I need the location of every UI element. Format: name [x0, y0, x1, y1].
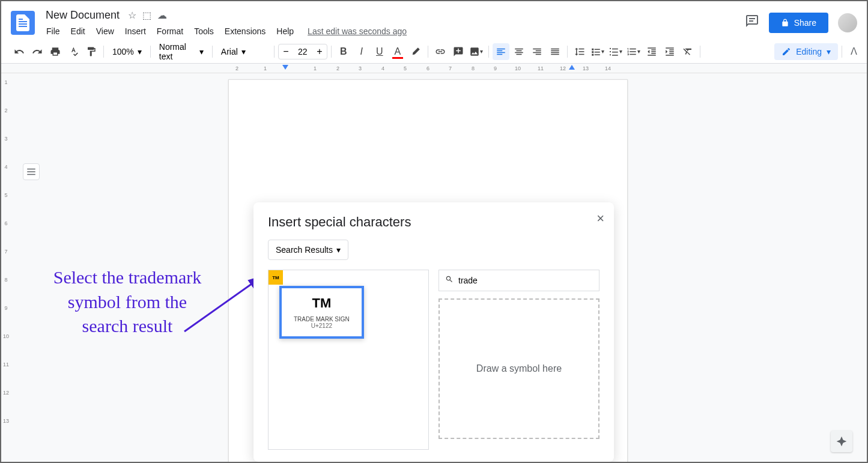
cloud-status-icon[interactable]: ☁: [157, 10, 167, 21]
right-indent-marker[interactable]: [569, 65, 575, 70]
underline-button[interactable]: U: [371, 43, 388, 60]
font-size-input[interactable]: [293, 47, 312, 56]
search-input[interactable]: [458, 276, 593, 285]
dropdown-icon: ▾: [336, 245, 341, 255]
dropdown-icon: ▾: [827, 47, 831, 56]
menu-extensions[interactable]: Extensions: [220, 24, 270, 38]
annotation-text: Select the trademark symbol from the sea…: [46, 265, 208, 339]
search-box: [439, 270, 599, 291]
trademark-result-cell[interactable]: TM: [269, 270, 283, 285]
menu-view[interactable]: View: [92, 24, 118, 38]
line-spacing-button[interactable]: [571, 43, 588, 60]
highlight-button[interactable]: [407, 43, 424, 60]
dialog-title: Insert special characters: [268, 214, 599, 230]
explore-button[interactable]: [831, 431, 852, 452]
increase-font-button[interactable]: +: [312, 44, 327, 59]
align-center-button[interactable]: [511, 43, 527, 60]
document-outline-button[interactable]: [23, 163, 40, 180]
style-select[interactable]: Normal text▾: [154, 40, 208, 64]
dropdown-icon: ▾: [138, 47, 142, 56]
numbered-list-button[interactable]: ▾: [625, 43, 642, 60]
align-justify-button[interactable]: [547, 43, 563, 60]
italic-button[interactable]: I: [353, 43, 370, 60]
tooltip-symbol: TM: [294, 295, 350, 311]
close-icon[interactable]: ×: [596, 211, 604, 226]
share-button[interactable]: Share: [769, 13, 828, 33]
search-icon: [445, 275, 454, 286]
align-left-button[interactable]: [493, 43, 509, 60]
redo-button[interactable]: [29, 43, 46, 60]
align-right-button[interactable]: [529, 43, 545, 60]
header: New Document ☆ ⬚ ☁ File Edit View Insert…: [1, 1, 867, 40]
toolbar: 100%▾ Normal text▾ Arial▾ − + B I U A ▾ …: [1, 40, 867, 64]
menu-file[interactable]: File: [42, 24, 64, 38]
document-title[interactable]: New Document: [42, 8, 123, 23]
move-icon[interactable]: ⬚: [142, 10, 151, 21]
vertical-ruler[interactable]: 1 2 3 4 5 6 7 8 9 10 11 12 13: [1, 73, 11, 462]
decrease-font-button[interactable]: −: [279, 44, 293, 59]
canvas: 1 2 3 4 5 6 7 8 9 10 11 12 13 Select the…: [1, 73, 867, 462]
zoom-select[interactable]: 100%▾: [108, 44, 147, 59]
results-panel: TM TM TRADE MARK SIGN U+2122: [268, 270, 429, 450]
paint-format-button[interactable]: [83, 43, 100, 60]
print-button[interactable]: [47, 43, 64, 60]
bulleted-list-button[interactable]: ▾: [607, 43, 624, 60]
comments-icon[interactable]: [745, 14, 759, 32]
category-dropdown[interactable]: Search Results ▾: [268, 240, 348, 260]
share-button-label: Share: [794, 18, 816, 28]
menu-help[interactable]: Help: [272, 24, 298, 38]
tooltip-name: TRADE MARK SIGN: [294, 316, 350, 322]
dropdown-icon: ▾: [241, 47, 246, 56]
decrease-indent-button[interactable]: [643, 43, 660, 60]
left-indent-marker[interactable]: [282, 65, 288, 70]
menu-bar: File Edit View Insert Format Tools Exten…: [42, 24, 745, 38]
special-characters-dialog: × Insert special characters Search Resul…: [253, 202, 614, 462]
menu-insert[interactable]: Insert: [121, 24, 150, 38]
spellcheck-button[interactable]: [65, 43, 82, 60]
add-comment-button[interactable]: [450, 43, 467, 60]
user-avatar[interactable]: [838, 13, 857, 32]
text-color-button[interactable]: A: [389, 43, 406, 60]
horizontal-ruler[interactable]: 2 1 1 2 3 4 5 6 7 8 9 10 11 12 13 14: [1, 64, 867, 73]
hide-menus-button[interactable]: ᐱ: [851, 46, 857, 57]
increase-indent-button[interactable]: [661, 43, 678, 60]
mode-label: Editing: [796, 47, 822, 56]
tooltip-code: U+2122: [294, 322, 350, 329]
draw-symbol-box[interactable]: Draw a symbol here: [439, 298, 599, 439]
last-edit-link[interactable]: Last edit was seconds ago: [308, 26, 407, 36]
insert-link-button[interactable]: [432, 43, 449, 60]
undo-button[interactable]: [11, 43, 28, 60]
bold-button[interactable]: B: [335, 43, 352, 60]
character-tooltip: TM TRADE MARK SIGN U+2122: [279, 286, 364, 339]
star-icon[interactable]: ☆: [128, 10, 136, 21]
docs-logo-icon[interactable]: [11, 11, 35, 35]
menu-tools[interactable]: Tools: [190, 24, 218, 38]
mode-button[interactable]: Editing ▾: [774, 43, 838, 60]
insert-image-button[interactable]: ▾: [468, 43, 485, 60]
menu-edit[interactable]: Edit: [67, 24, 90, 38]
font-select[interactable]: Arial▾: [216, 44, 270, 59]
dropdown-icon: ▾: [199, 47, 204, 56]
checklist-button[interactable]: ▾: [589, 43, 606, 60]
menu-format[interactable]: Format: [153, 24, 187, 38]
clear-formatting-button[interactable]: [679, 43, 696, 60]
